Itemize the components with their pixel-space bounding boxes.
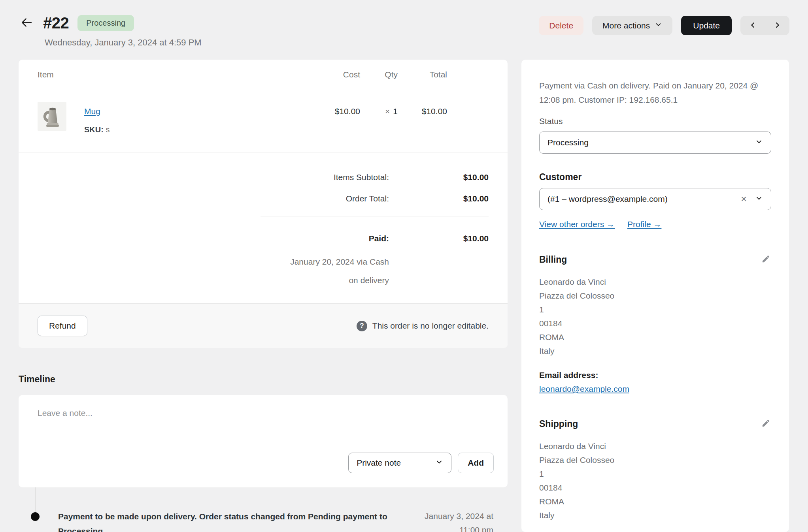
header-actions: Delete More actions Update [539, 14, 789, 35]
order-status-select[interactable]: Processing [539, 132, 771, 154]
header-bar: #22 Processing Wednesday, January 3, 202… [19, 0, 789, 48]
customer-value: (#1 – wordpress@example.com) [547, 194, 668, 204]
paid-date-note: January 20, 2024 via Cash on delivery [38, 252, 389, 289]
next-order-button[interactable] [765, 16, 789, 35]
update-button[interactable]: Update [681, 16, 732, 35]
table-row: Mug SKU: s $10.00 ×1 $10.00 [19, 102, 508, 134]
add-note-card: Private note Add [19, 395, 508, 487]
pencil-icon [761, 259, 770, 265]
order-totals: Items Subtotal: $10.00 Order Total: $10.… [19, 167, 508, 289]
edit-billing-button[interactable] [761, 254, 771, 265]
column-header-item: Item [38, 70, 305, 79]
note-input[interactable] [38, 408, 494, 434]
timeline-entry-text: Payment to be made upon delivery. Order … [58, 509, 406, 532]
paid-divider [261, 216, 489, 216]
shipping-heading: Shipping [539, 419, 578, 429]
billing-address: Leonardo da Vinci Piazza del Colosseo 1 … [539, 275, 771, 358]
line-items-card: Item Cost Qty Total [19, 60, 508, 348]
header-title-block: #22 Processing Wednesday, January 3, 202… [19, 14, 202, 48]
chevron-right-icon [774, 21, 781, 30]
note-type-select[interactable]: Private note [348, 453, 451, 473]
page-title: #22 [43, 14, 69, 32]
product-image [38, 102, 66, 131]
chevron-down-icon [435, 458, 443, 468]
delete-button[interactable]: Delete [539, 16, 583, 35]
pencil-icon [761, 423, 770, 429]
chevron-down-icon [755, 138, 763, 148]
column-header-total: Total [398, 70, 447, 79]
order-sidebar: Payment via Cash on delivery. Paid on Ja… [521, 60, 789, 532]
subtotal-row: Items Subtotal: $10.00 [38, 167, 489, 188]
payment-summary: Payment via Cash on delivery. Paid on Ja… [539, 79, 771, 107]
more-actions-button[interactable]: More actions [592, 16, 672, 35]
timeline-bullet-icon [31, 512, 40, 521]
order-nav-pill [740, 16, 789, 35]
timeline-entry: Payment to be made upon delivery. Order … [19, 487, 508, 532]
column-header-cost: Cost [305, 70, 360, 79]
order-edit-page: #22 Processing Wednesday, January 3, 202… [0, 0, 808, 532]
order-status-value: Processing [547, 138, 589, 147]
product-name-link[interactable]: Mug [84, 107, 100, 116]
help-icon: ? [357, 321, 367, 331]
previous-order-button[interactable] [740, 16, 765, 35]
column-header-qty: Qty [360, 70, 398, 79]
items-card-footer: Refund ? This order is no longer editabl… [19, 303, 508, 348]
refund-button[interactable]: Refund [38, 316, 87, 336]
order-total-row: Order Total: $10.00 [38, 188, 489, 209]
clear-icon[interactable]: ✕ [740, 194, 747, 204]
edit-shipping-button[interactable] [761, 418, 771, 430]
timeline-heading: Timeline [19, 374, 508, 385]
chevron-down-icon [755, 194, 763, 204]
item-total: $10.00 [398, 102, 447, 116]
back-arrow-icon [20, 16, 33, 30]
customer-heading: Customer [539, 172, 771, 182]
status-badge: Processing [77, 15, 134, 31]
note-type-value: Private note [357, 458, 401, 468]
item-cost: $10.00 [305, 102, 360, 116]
items-divider [19, 152, 508, 152]
view-other-orders-link[interactable]: View other orders → [539, 220, 615, 229]
order-locked-note: ? This order is no longer editable. [357, 321, 489, 331]
shipping-address: Leonardo da Vinci Piazza del Colosseo 1 … [539, 439, 771, 522]
customer-email-link[interactable]: leonardo@example.com [539, 384, 629, 393]
billing-heading: Billing [539, 254, 567, 265]
chevron-left-icon [749, 21, 757, 30]
items-table-header: Item Cost Qty Total [19, 70, 508, 79]
add-note-button[interactable]: Add [458, 453, 494, 473]
product-sku: SKU: s [84, 125, 109, 134]
customer-select[interactable]: (#1 – wordpress@example.com) ✕ [539, 188, 771, 210]
times-glyph: × [385, 107, 390, 116]
item-quantity: ×1 [360, 102, 398, 116]
more-actions-label: More actions [602, 21, 650, 30]
back-button[interactable] [19, 15, 34, 31]
order-date: Wednesday, January 3, 2024 at 4:59 PM [45, 38, 202, 48]
order-main-column: Item Cost Qty Total [19, 60, 508, 532]
email-label: Email address: [539, 368, 771, 382]
chevron-down-icon [655, 21, 662, 30]
profile-link[interactable]: Profile → [627, 220, 661, 229]
status-label: Status [539, 117, 771, 126]
timeline-entry-date: January 3, 2024 at 11:00 pm [425, 509, 493, 532]
paid-row: Paid: $10.00 [38, 228, 489, 249]
